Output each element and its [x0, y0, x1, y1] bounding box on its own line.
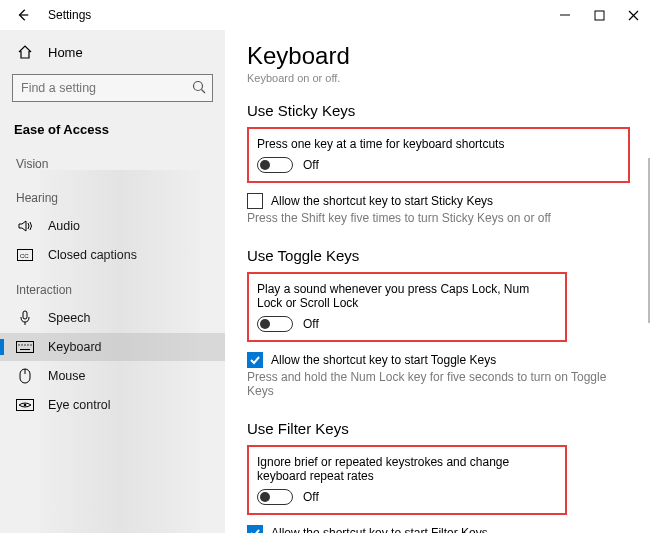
setting-description: Play a sound whenever you press Caps Loc…: [257, 282, 557, 310]
toggle-state: Off: [303, 158, 319, 172]
sidebar-item-speech[interactable]: Speech: [0, 303, 225, 333]
page-subtitle: Keyboard on or off.: [247, 72, 630, 84]
checkbox-label: Allow the shortcut key to start Filter K…: [271, 526, 488, 533]
highlighted-setting: Ignore brief or repeated keystrokes and …: [247, 445, 567, 515]
checkbox-label: Allow the shortcut key to start Sticky K…: [271, 194, 493, 208]
content-area: Keyboard Keyboard on or off. Use Sticky …: [225, 30, 650, 533]
sidebar-item-label: Keyboard: [48, 340, 102, 354]
setting-description: Ignore brief or repeated keystrokes and …: [257, 455, 557, 483]
section-title: Ease of Access: [0, 116, 225, 143]
toggle-switch[interactable]: [257, 316, 293, 332]
cc-icon: CC: [16, 249, 34, 261]
minimize-button[interactable]: [548, 0, 582, 30]
checkbox[interactable]: [247, 352, 263, 368]
toggle-state: Off: [303, 317, 319, 331]
keyboard-icon: [16, 341, 34, 353]
audio-icon: [16, 218, 34, 234]
sidebar-item-audio[interactable]: Audio: [0, 211, 225, 241]
hint-text: Press the Shift key five times to turn S…: [247, 211, 630, 225]
svg-rect-1: [595, 11, 604, 20]
svg-rect-7: [17, 342, 34, 353]
group-label: Hearing: [0, 177, 225, 211]
svg-point-9: [18, 344, 19, 345]
svg-point-13: [30, 344, 31, 345]
svg-point-11: [24, 344, 25, 345]
search-icon: [191, 79, 207, 98]
svg-point-10: [21, 344, 22, 345]
window-title: Settings: [48, 8, 91, 22]
toggle-switch[interactable]: [257, 489, 293, 505]
toggle-state: Off: [303, 490, 319, 504]
sidebar-item-home[interactable]: Home: [0, 38, 225, 66]
sidebar: Home Ease of Access Vision Hearing Audio…: [0, 30, 225, 533]
svg-text:CC: CC: [20, 253, 29, 259]
checkbox[interactable]: [247, 193, 263, 209]
window-controls: [548, 0, 650, 30]
sidebar-item-label: Mouse: [48, 369, 86, 383]
mouse-icon: [16, 368, 34, 384]
sidebar-item-mouse[interactable]: Mouse: [0, 361, 225, 391]
checkbox-label: Allow the shortcut key to start Toggle K…: [271, 353, 496, 367]
search-input[interactable]: [12, 74, 213, 102]
group-label: Vision: [0, 143, 225, 177]
checkbox[interactable]: [247, 525, 263, 533]
section-heading: Use Sticky Keys: [247, 102, 630, 119]
back-icon[interactable]: [14, 8, 32, 22]
svg-rect-6: [23, 311, 27, 319]
toggle-switch[interactable]: [257, 157, 293, 173]
group-label: Interaction: [0, 269, 225, 303]
section-heading: Use Filter Keys: [247, 420, 630, 437]
svg-point-17: [24, 404, 27, 407]
sidebar-item-closed-captions[interactable]: CC Closed captions: [0, 241, 225, 269]
speech-icon: [16, 310, 34, 326]
svg-line-3: [202, 90, 206, 94]
highlighted-setting: Press one key at a time for keyboard sho…: [247, 127, 630, 183]
page-title: Keyboard: [247, 42, 630, 70]
highlighted-setting: Play a sound whenever you press Caps Loc…: [247, 272, 567, 342]
sidebar-item-eye-control[interactable]: Eye control: [0, 391, 225, 419]
sidebar-item-label: Home: [48, 45, 83, 60]
svg-point-12: [27, 344, 28, 345]
setting-description: Press one key at a time for keyboard sho…: [257, 137, 620, 151]
sidebar-item-label: Closed captions: [48, 248, 137, 262]
sidebar-item-keyboard[interactable]: Keyboard: [0, 333, 225, 361]
titlebar: Settings: [0, 0, 650, 30]
sidebar-item-label: Speech: [48, 311, 90, 325]
sidebar-item-label: Audio: [48, 219, 80, 233]
home-icon: [16, 44, 34, 60]
section-heading: Use Toggle Keys: [247, 247, 630, 264]
close-button[interactable]: [616, 0, 650, 30]
hint-text: Press and hold the Num Lock key for five…: [247, 370, 630, 398]
eye-icon: [16, 399, 34, 411]
sidebar-item-label: Eye control: [48, 398, 111, 412]
maximize-button[interactable]: [582, 0, 616, 30]
svg-point-2: [194, 82, 203, 91]
